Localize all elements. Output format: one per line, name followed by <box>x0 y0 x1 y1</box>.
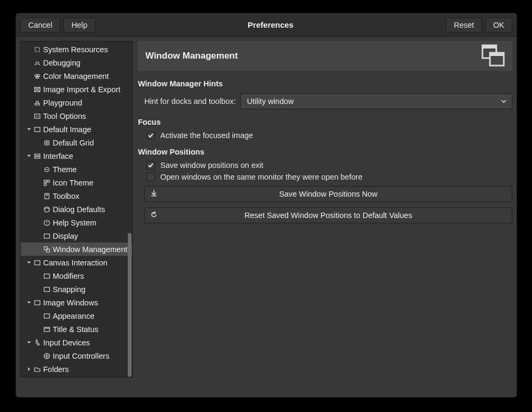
svg-rect-11 <box>44 180 46 182</box>
tree-item-icon <box>43 245 51 254</box>
tree-item-icon <box>33 365 42 374</box>
svg-rect-18 <box>44 247 47 250</box>
tree-item-icon <box>33 85 42 94</box>
svg-rect-9 <box>35 157 40 158</box>
activate-focused-label: Activate the focused image <box>160 131 253 140</box>
svg-rect-19 <box>46 249 50 252</box>
tree-item-dialog-defaults[interactable]: Dialog Defaults <box>21 203 132 216</box>
svg-rect-12 <box>47 180 50 182</box>
expand-down-icon[interactable] <box>25 152 32 160</box>
tree-item-label: Theme <box>53 165 77 174</box>
svg-rect-24 <box>44 314 50 318</box>
chevron-down-icon <box>501 97 506 106</box>
tree-item-icon <box>33 125 42 134</box>
preferences-tree[interactable]: System ResourcesDebuggingColor Managemen… <box>20 41 133 377</box>
titlebar: Cancel Help Preferences Reset OK <box>16 13 517 37</box>
save-on-exit-row: Save window positions on exit <box>146 161 512 169</box>
expand-down-icon[interactable] <box>25 339 32 346</box>
preferences-dialog: Cancel Help Preferences Reset OK System … <box>15 13 517 398</box>
svg-rect-8 <box>35 154 40 156</box>
tree-item-icon <box>43 165 51 174</box>
tree-item-snapping[interactable]: Snapping <box>21 282 132 296</box>
tree-item-icon-theme[interactable]: Icon Theme <box>21 176 132 189</box>
tree-item-icon <box>43 352 51 360</box>
expand-right-icon[interactable] <box>25 366 32 373</box>
tree-item-image-import-export[interactable]: Image Import & Export <box>21 83 132 96</box>
tree-item-title-status[interactable]: Title & Status <box>21 322 132 336</box>
tree-item-icon <box>33 72 42 80</box>
expand-down-icon[interactable] <box>25 299 32 306</box>
ok-button[interactable]: OK <box>485 18 512 33</box>
save-icon <box>150 190 158 199</box>
tree-item-window-management[interactable]: Window Management <box>21 243 132 256</box>
tree-item-label: Default Grid <box>53 139 94 147</box>
reset-button[interactable]: Reset <box>446 18 482 33</box>
save-on-exit-label: Save window positions on exit <box>160 161 263 169</box>
tree-item-interface[interactable]: Interface <box>21 149 132 163</box>
hint-row: Hint for docks and toolbox: Utility wind… <box>144 93 512 109</box>
reset-positions-button[interactable]: Reset Saved Window Positions to Default … <box>144 207 512 223</box>
expand-down-icon[interactable] <box>25 259 32 266</box>
svg-rect-28 <box>482 45 496 49</box>
cancel-button[interactable]: Cancel <box>20 18 60 33</box>
tree-item-help-system[interactable]: Help System <box>21 216 132 229</box>
tree-item-tool-options[interactable]: Tool Options <box>21 109 132 123</box>
tree-item-playground[interactable]: Playground <box>21 96 132 109</box>
tree-item-label: System Resources <box>43 45 108 54</box>
tree-item-icon <box>43 192 51 200</box>
tree-item-label: Title & Status <box>53 325 99 334</box>
tree-item-image-windows[interactable]: Image Windows <box>21 296 132 309</box>
sidebar-scrollbar-thumb[interactable] <box>128 233 132 377</box>
activate-focused-row: Activate the focused image <box>146 131 512 140</box>
expand-down-icon[interactable] <box>25 126 32 133</box>
tree-item-appearance[interactable]: Appearance <box>21 309 132 322</box>
tree-item-label: Interface <box>43 152 73 160</box>
tree-item-default-image[interactable]: Default Image <box>21 123 132 136</box>
save-positions-now-label: Save Window Positions Now <box>145 190 512 198</box>
tree-item-label: Tool Options <box>43 112 86 120</box>
tree-item-default-grid[interactable]: Default Grid <box>21 136 132 149</box>
save-on-exit-checkbox[interactable] <box>146 161 155 169</box>
svg-rect-0 <box>35 47 39 52</box>
section-header: Window Management <box>138 41 512 71</box>
content-pane: Window Management Window Manager Hints H… <box>138 41 512 393</box>
tree-item-label: Debugging <box>43 59 80 67</box>
tree-item-icon <box>33 298 42 307</box>
tree-item-modifiers[interactable]: Modifiers <box>21 269 132 282</box>
hint-select[interactable]: Utility window <box>240 93 512 109</box>
tree-item-theme[interactable]: Theme <box>21 163 132 176</box>
svg-rect-21 <box>44 274 50 278</box>
tree-item-icon <box>33 45 42 54</box>
tree-item-folders[interactable]: Folders <box>21 362 132 376</box>
help-button[interactable]: Help <box>63 18 95 33</box>
tree-item-display[interactable]: Display <box>21 229 132 243</box>
tree-item-label: Toolbox <box>53 192 79 200</box>
tree-item-toolbox[interactable]: Toolbox <box>21 189 132 203</box>
tree-item-debugging[interactable]: Debugging <box>21 56 132 69</box>
tree-item-label: Default Image <box>43 125 91 134</box>
tree-item-label: Icon Theme <box>53 179 93 187</box>
tree-item-canvas-interaction[interactable]: Canvas Interaction <box>21 256 132 269</box>
tree-item-icon <box>43 219 51 227</box>
save-positions-now-button[interactable]: Save Window Positions Now <box>144 186 512 202</box>
tree-item-input-controllers[interactable]: Input Controllers <box>21 349 132 362</box>
dialog-body: System ResourcesDebuggingColor Managemen… <box>16 37 517 397</box>
tree-item-label: Folders <box>43 365 69 374</box>
svg-rect-5 <box>35 103 39 105</box>
activate-focused-checkbox[interactable] <box>146 131 155 140</box>
tree-item-label: Playground <box>43 99 82 107</box>
tree-item-system-resources[interactable]: System Resources <box>21 43 132 56</box>
tree-item-icon <box>43 272 51 280</box>
group-positions-title: Window Positions <box>138 148 512 156</box>
tree-item-icon <box>43 312 51 320</box>
window-management-icon <box>480 43 506 70</box>
same-monitor-row: Open windows on the same monitor they we… <box>146 173 512 181</box>
same-monitor-checkbox[interactable] <box>146 173 155 181</box>
tree-item-color-management[interactable]: Color Management <box>21 69 132 83</box>
tree-item-input-devices[interactable]: Input Devices <box>21 336 132 349</box>
svg-rect-22 <box>44 287 50 292</box>
svg-rect-20 <box>35 261 40 265</box>
tree-item-label: Window Management <box>53 245 127 254</box>
tree-item-label: Image Windows <box>43 298 98 307</box>
tree-item-icon <box>33 59 42 67</box>
